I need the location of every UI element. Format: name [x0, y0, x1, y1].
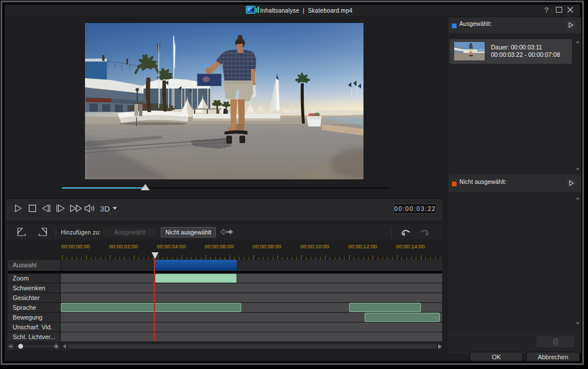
svg-text:3D: 3D	[100, 205, 110, 213]
